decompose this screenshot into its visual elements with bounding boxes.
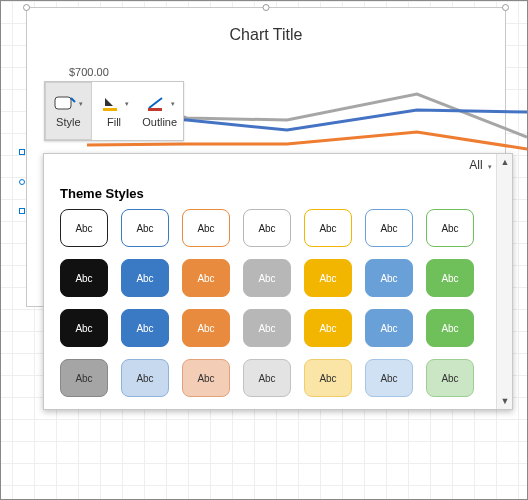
svg-rect-0 xyxy=(55,97,71,109)
fill-label: Fill xyxy=(107,116,121,128)
chevron-down-icon: ▾ xyxy=(171,100,175,108)
style-swatch[interactable]: Abc xyxy=(182,209,230,247)
resize-handle-tl[interactable] xyxy=(23,4,30,11)
style-swatch[interactable]: Abc xyxy=(121,209,169,247)
gallery-filter-label: All xyxy=(469,158,482,172)
style-icon xyxy=(53,95,77,113)
swatch-row: AbcAbcAbcAbcAbcAbcAbc xyxy=(60,359,502,397)
style-swatch[interactable]: Abc xyxy=(60,309,108,347)
style-swatch[interactable]: Abc xyxy=(426,359,474,397)
style-swatch[interactable]: Abc xyxy=(304,309,352,347)
style-label: Style xyxy=(56,116,80,128)
swatch-row: AbcAbcAbcAbcAbcAbcAbc xyxy=(60,309,502,347)
style-swatch[interactable]: Abc xyxy=(243,259,291,297)
style-swatch[interactable]: Abc xyxy=(426,259,474,297)
chart-title[interactable]: Chart Title xyxy=(27,26,505,44)
chevron-down-icon: ▾ xyxy=(79,100,83,108)
gallery-section-title: Theme Styles xyxy=(44,176,512,205)
selection-marker xyxy=(19,179,25,185)
swatch-row: AbcAbcAbcAbcAbcAbcAbc xyxy=(60,209,502,247)
style-swatch[interactable]: Abc xyxy=(365,209,413,247)
style-swatch[interactable]: Abc xyxy=(60,259,108,297)
scroll-up-icon[interactable]: ▲ xyxy=(497,154,513,170)
gallery-scrollbar[interactable]: ▲ ▼ xyxy=(496,154,512,409)
style-gallery: ▲ ▼ All ▾ Theme Styles AbcAbcAbcAbcAbcAb… xyxy=(43,153,513,410)
svg-rect-1 xyxy=(103,108,117,111)
style-swatch[interactable]: Abc xyxy=(304,359,352,397)
scroll-down-icon[interactable]: ▼ xyxy=(497,393,513,409)
style-swatch[interactable]: Abc xyxy=(60,359,108,397)
selection-marker xyxy=(19,208,25,214)
style-swatch[interactable]: Abc xyxy=(426,209,474,247)
style-swatch[interactable]: Abc xyxy=(365,259,413,297)
outline-button[interactable]: ▾ Outline xyxy=(137,82,183,140)
style-swatch[interactable]: Abc xyxy=(182,359,230,397)
style-swatch[interactable]: Abc xyxy=(243,359,291,397)
style-swatch[interactable]: Abc xyxy=(121,259,169,297)
resize-handle-tr[interactable] xyxy=(502,4,509,11)
style-swatch[interactable]: Abc xyxy=(304,209,352,247)
swatch-row: AbcAbcAbcAbcAbcAbcAbc xyxy=(60,259,502,297)
chevron-down-icon: ▾ xyxy=(125,100,129,108)
fill-icon xyxy=(99,95,123,113)
style-swatch[interactable]: Abc xyxy=(182,259,230,297)
outline-label: Outline xyxy=(142,116,177,128)
style-swatch[interactable]: Abc xyxy=(243,309,291,347)
axis-tick-label: $700.00 xyxy=(69,66,109,78)
style-swatch[interactable]: Abc xyxy=(121,309,169,347)
mini-toolbar: ▾ Style ▾ Fill ▾ Outline xyxy=(44,81,184,141)
fill-button[interactable]: ▾ Fill xyxy=(92,82,138,140)
style-swatch[interactable]: Abc xyxy=(365,309,413,347)
chevron-down-icon: ▾ xyxy=(488,163,492,170)
gallery-filter-dropdown[interactable]: All ▾ xyxy=(469,158,492,172)
style-swatch[interactable]: Abc xyxy=(304,259,352,297)
svg-rect-2 xyxy=(148,108,162,111)
style-swatch[interactable]: Abc xyxy=(243,209,291,247)
style-swatch[interactable]: Abc xyxy=(426,309,474,347)
style-swatch[interactable]: Abc xyxy=(365,359,413,397)
style-button[interactable]: ▾ Style xyxy=(45,82,92,140)
style-swatch[interactable]: Abc xyxy=(121,359,169,397)
style-swatch[interactable]: Abc xyxy=(182,309,230,347)
style-swatch[interactable]: Abc xyxy=(60,209,108,247)
resize-handle-top[interactable] xyxy=(263,4,270,11)
outline-icon xyxy=(145,95,169,113)
selection-marker xyxy=(19,149,25,155)
